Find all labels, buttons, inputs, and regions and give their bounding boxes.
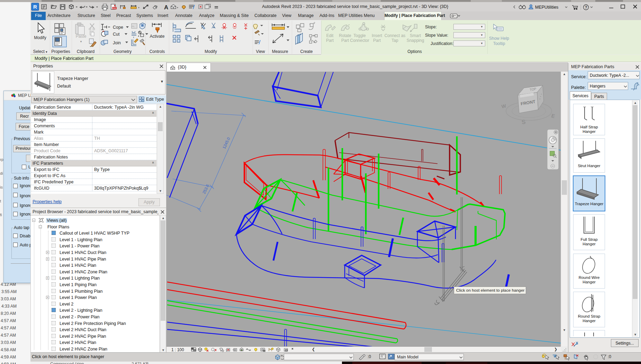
svg-text:Join: Join xyxy=(113,40,121,45)
svg-text:R: R xyxy=(33,4,37,10)
svg-text:A: A xyxy=(164,4,168,11)
svg-text:?: ? xyxy=(585,5,587,9)
svg-text:Cut: Cut xyxy=(113,32,120,37)
svg-text:Cope: Cope xyxy=(113,25,123,30)
svg-text:PDF: PDF xyxy=(112,7,117,9)
svg-text:1: 1 xyxy=(155,6,156,8)
svg-text:Click on host element to place: Click on host element to place hanger xyxy=(456,288,524,293)
svg-text:MEPUtilities: MEPUtilities xyxy=(535,5,558,10)
